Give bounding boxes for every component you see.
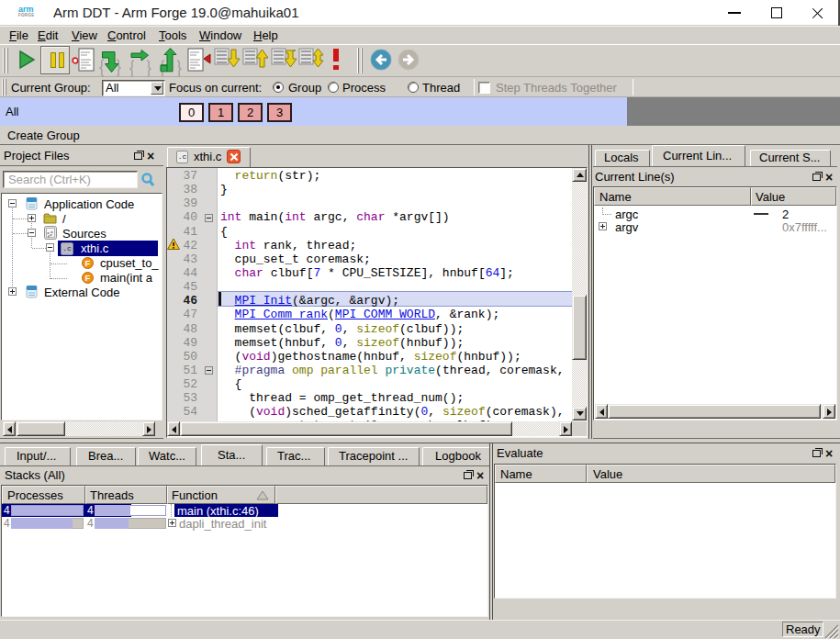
svg-text:F: F	[84, 273, 90, 283]
svg-text:F: F	[84, 258, 90, 268]
